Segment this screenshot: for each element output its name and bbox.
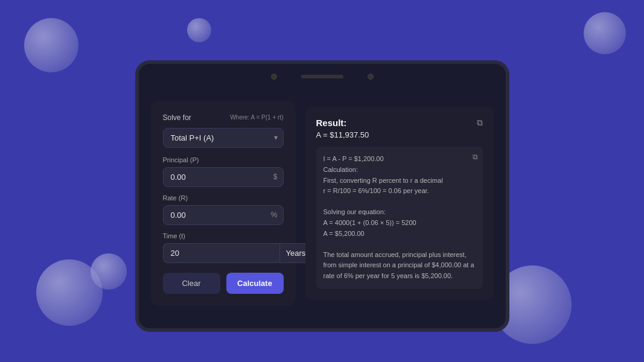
time-input-wrapper: Years Months ▾ — [163, 243, 284, 263]
solve-for-select-wrapper[interactable]: Total P+I (A) ▾ — [163, 128, 284, 148]
detail-line-2: Calculation: — [324, 165, 476, 176]
tablet-frame: Solve for Where: A = P(1 + rt) Total P+I… — [135, 60, 509, 332]
calculator-panel: Solve for Where: A = P(1 + rt) Total P+I… — [151, 101, 296, 306]
rate-input-wrapper: % — [163, 205, 284, 225]
tablet-content: Solve for Where: A = P(1 + rt) Total P+I… — [139, 84, 506, 328]
detail-line-7: A = 4000(1 + (0.06 × 5)) = 5200 — [324, 218, 476, 229]
bubble-decoration-2 — [187, 18, 211, 42]
clear-button[interactable]: Clear — [163, 273, 220, 294]
formula-text: Where: A = P(1 + rt) — [230, 114, 283, 121]
result-title: Result: — [316, 118, 347, 128]
result-detail-box: ⧉ I = A - P = $1,200.00 Calculation: Fir… — [316, 147, 483, 288]
tablet-top-bar — [139, 70, 506, 84]
rate-label: Rate (R) — [163, 194, 284, 202]
principal-suffix: $ — [273, 173, 278, 181]
principal-field-group: Principal (P) $ — [163, 156, 284, 187]
calculate-button[interactable]: Calculate — [226, 273, 284, 294]
tablet-mic — [368, 74, 374, 80]
result-header: Result: ⧉ — [316, 118, 483, 128]
principal-input-wrapper: $ — [163, 167, 284, 187]
time-input[interactable] — [163, 243, 279, 263]
rate-suffix: % — [271, 211, 278, 219]
principal-input[interactable] — [163, 167, 284, 187]
tablet-speaker — [301, 75, 343, 78]
solve-for-select[interactable]: Total P+I (A) — [163, 128, 284, 148]
detail-line-4: r = R/100 = 6%/100 = 0.06 per year. — [324, 186, 476, 197]
bubble-decoration-5 — [91, 253, 127, 290]
rate-input[interactable] — [163, 205, 284, 225]
button-row: Clear Calculate — [163, 273, 284, 294]
rate-field-group: Rate (R) % — [163, 194, 284, 225]
detail-line-8: A = $5,200.00 — [324, 229, 476, 240]
solve-for-header: Solve for Where: A = P(1 + rt) — [163, 113, 284, 122]
detail-line-3: First, converting R percent to r a decim… — [324, 176, 476, 186]
detail-copy-icon[interactable]: ⧉ — [473, 151, 478, 163]
principal-label: Principal (P) — [163, 156, 284, 164]
detail-line-6: Solving our equation: — [324, 207, 476, 218]
detail-line-1: I = A - P = $1,200.00 — [324, 154, 476, 165]
copy-icon[interactable]: ⧉ — [477, 118, 483, 128]
result-panel: Result: ⧉ A = $11,937.50 ⧉ I = A - P = $… — [305, 107, 494, 299]
time-label: Time (t) — [163, 232, 284, 240]
bubble-decoration-1 — [24, 18, 78, 72]
solve-for-label: Solve for — [163, 113, 191, 122]
time-field-group: Time (t) Years Months ▾ — [163, 232, 284, 263]
bubble-decoration-3 — [584, 12, 626, 54]
tablet-camera — [271, 74, 277, 80]
detail-line-10: The total amount accrued, principal plus… — [324, 250, 476, 282]
result-main-value: A = $11,937.50 — [316, 130, 483, 139]
